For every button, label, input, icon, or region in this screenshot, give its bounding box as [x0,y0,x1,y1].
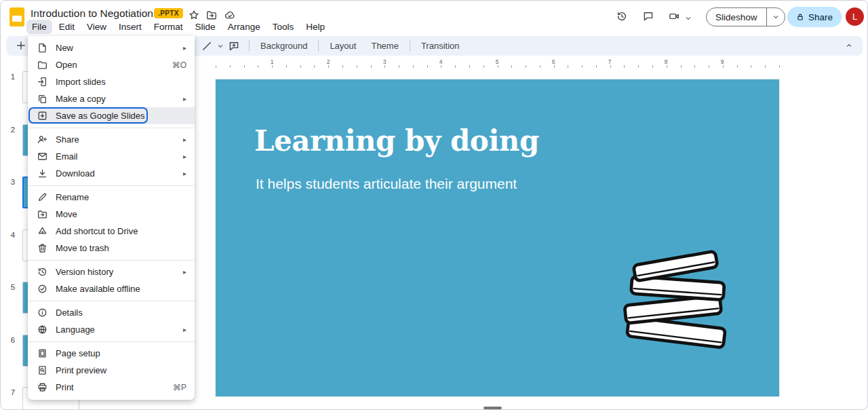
ruler-number: 6 [551,58,557,65]
ruler-tick [652,65,653,68]
menu-format[interactable]: Format [149,20,189,34]
file-menu-item-print-preview[interactable]: Print preview [28,362,195,379]
menu-view[interactable]: View [81,20,112,34]
video-dropdown-chevron-icon[interactable] [684,14,692,22]
ruler-tick [540,65,540,68]
menu-edit[interactable]: Edit [54,20,80,34]
submenu-arrow-icon: ▸ [183,96,186,102]
line-tool-chevron-icon[interactable] [216,42,224,50]
slideshow-button[interactable]: Slideshow [707,8,766,26]
menu-bar: FileEditViewInsertFormatSlideArrangeTool… [26,20,330,34]
file-menu-item-email[interactable]: Email▸ [28,148,195,165]
google-slides-app: Introduction to Negotiation .PPTX FileEd… [0,0,868,410]
share-button[interactable]: Share [787,7,842,27]
ruler-number: 9 [719,58,726,65]
toolbar-layout-button[interactable]: Layout [323,38,363,54]
menu-arrange[interactable]: Arrange [222,20,266,34]
file-menu-item-download[interactable]: Download▸ [28,165,195,182]
drive-shortcut-icon [37,226,48,236]
file-menu-item-language[interactable]: Language▸ [28,321,195,338]
document-title[interactable]: Introduction to Negotiation [31,7,153,20]
pptx-badge: .PPTX [154,8,183,18]
ruler-tick [667,65,667,68]
slide-subtitle[interactable]: It helps students articulate their argum… [256,176,517,192]
menu-help[interactable]: Help [300,20,330,34]
ruler-tick [498,65,498,68]
menu-file[interactable]: File [26,20,52,34]
ruler-tick [328,65,329,68]
add-comment-icon[interactable] [229,41,239,52]
new-slide-plus-icon[interactable] [16,40,26,51]
menu-separator [28,185,195,186]
ruler-tick [357,65,357,68]
slideshow-dropdown-button[interactable] [767,8,785,26]
file-menu-item-move[interactable]: Move [28,206,195,223]
menu-separator [28,128,195,128]
version-history-icon[interactable] [616,11,627,22]
file-menu-item-import-slides[interactable]: Import slides [28,73,195,90]
books-illustration[interactable] [612,242,740,354]
line-tool-icon[interactable] [201,41,212,52]
account-avatar[interactable]: L [846,7,864,26]
file-menu-item-new[interactable]: New▸ [28,39,195,56]
move-folder-icon [37,209,48,219]
ruler-tick [413,65,414,68]
ruler-tick [484,65,484,68]
ruler-number: 5 [494,58,500,65]
version-history-icon [37,267,48,277]
slides-app-icon[interactable] [9,7,24,26]
ruler-tick [765,65,766,68]
shortcut-label: ⌘P [173,383,186,392]
file-menu-item-details[interactable]: Details [28,304,195,321]
menu-insert[interactable]: Insert [113,20,147,34]
file-menu-item-save-as-google-slides[interactable]: Save as Google Slides [28,107,195,124]
page-setup-icon [37,348,48,358]
details-icon [37,308,48,318]
meet-video-icon[interactable] [669,11,679,22]
language-icon [37,324,48,335]
file-menu-item-share[interactable]: Share▸ [28,131,195,148]
ruler-tick [258,65,258,68]
file-menu-item-version-history[interactable]: Version history▸ [28,263,195,280]
ruler-tick [681,65,682,68]
import-slides-icon [37,77,48,87]
submenu-arrow-icon: ▸ [183,153,186,160]
comments-icon[interactable] [643,11,654,22]
file-menu-item-add-shortcut-to-drive[interactable]: Add shortcut to Drive [28,223,195,240]
file-menu-item-open[interactable]: Open⌘O [28,56,195,73]
menu-slide[interactable]: Slide [190,20,221,34]
file-menu-item-move-to-trash[interactable]: Move to trash [28,240,195,257]
horizontal-scrollbar[interactable] [484,407,502,409]
move-document-icon[interactable] [206,10,217,20]
ruler-tick [554,65,555,68]
cloud-status-icon[interactable] [224,10,235,20]
toolbar-theme-button[interactable]: Theme [364,38,405,54]
ruler-tick [610,65,611,68]
toolbar-transition-button[interactable]: Transition [414,38,467,54]
ruler-tick [272,65,273,68]
slide-title[interactable]: Learning by doing [254,124,539,157]
slide-canvas[interactable]: Learning by doing It helps students arti… [216,79,779,396]
ruler-tick [399,65,399,68]
file-menu-item-make-available-offline[interactable]: Make available offline [28,280,195,297]
ruler: 123456789 [216,60,779,69]
collapse-toolbar-icon[interactable] [845,41,853,50]
menu-tools[interactable]: Tools [267,20,300,34]
toolbar-background-button[interactable]: Background [254,38,314,54]
slide-number: 4 [7,231,18,239]
ruler-tick [709,65,709,68]
file-menu-item-rename[interactable]: Rename [28,189,195,206]
star-icon[interactable] [189,10,199,20]
new-document-icon [37,43,48,53]
file-menu-item-make-a-copy[interactable]: Make a copy▸ [28,90,195,107]
file-menu-item-page-setup[interactable]: Page setup [28,345,195,362]
copy-icon [37,94,48,104]
lock-icon [796,13,804,21]
menu-separator [28,341,195,342]
slide-number: 5 [7,283,18,291]
file-menu-item-print[interactable]: Print⌘P [28,379,195,396]
slide-number: 1 [7,73,18,81]
slide-number: 3 [7,178,18,186]
ruler-tick [314,65,315,68]
rename-icon [37,192,48,202]
